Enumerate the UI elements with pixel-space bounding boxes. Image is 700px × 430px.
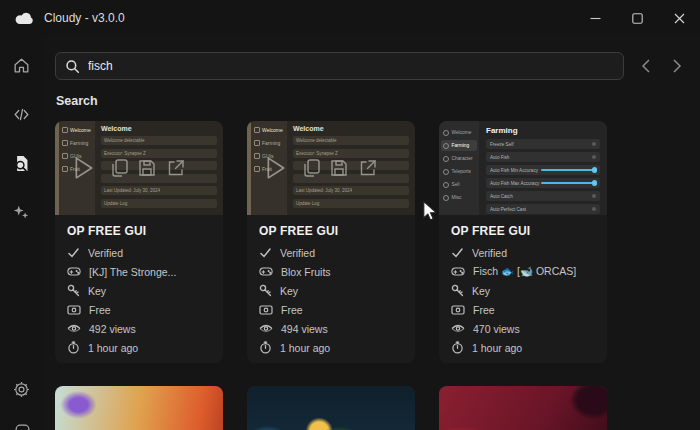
card-verified: Verified	[451, 243, 595, 262]
script-card[interactable]	[55, 386, 223, 430]
card-thumbnail: Welcome Farming GUIs Fruit Welcome Welco…	[247, 121, 415, 215]
save-icon[interactable]	[329, 157, 349, 179]
gamepad-icon	[67, 265, 81, 278]
script-search-icon	[12, 154, 31, 173]
sidebar-item-home[interactable]	[8, 52, 34, 78]
thumb-row: Auto Perfect Cast	[486, 204, 600, 214]
content-scroll-area[interactable]: Search Welcome Farming GUIs Fruit Welcom…	[42, 36, 700, 430]
minimize-button[interactable]	[574, 0, 616, 36]
gamepad-icon	[451, 265, 465, 278]
card-updated: 1 hour ago	[259, 338, 403, 357]
close-icon	[674, 13, 685, 24]
script-card[interactable]: Welcome Farming GUIs Fruit Welcome Welco…	[247, 121, 415, 363]
card-thumbnail: Welcome Farming GUIs Fruit Welcome Welco…	[55, 121, 223, 215]
stopwatch-icon	[67, 341, 80, 354]
minimize-icon	[590, 13, 601, 24]
copy-icon[interactable]	[110, 157, 130, 179]
toggle-icon	[592, 155, 597, 160]
sidebar-item-featured[interactable]	[8, 199, 34, 225]
profile-partial-icon	[13, 422, 32, 430]
thumb-sidebar-item: Sell	[439, 179, 479, 190]
key-icon	[67, 284, 80, 297]
chevron-left-icon	[641, 58, 651, 74]
thumb-row: Auto Fish Min Accuracy	[486, 165, 600, 175]
key-icon	[259, 284, 272, 297]
page-next-button[interactable]	[670, 57, 684, 75]
sidebar-bottom	[0, 360, 42, 430]
card-updated: 1 hour ago	[67, 338, 211, 357]
card-price: Free	[451, 300, 595, 319]
search-box[interactable]	[55, 52, 624, 80]
card-views: 492 views	[67, 319, 211, 338]
cash-icon	[451, 304, 465, 316]
external-link-icon[interactable]	[166, 157, 186, 179]
thumb-sidebar-item: Character	[439, 153, 479, 164]
save-icon[interactable]	[137, 157, 157, 179]
sidebar	[0, 36, 42, 430]
card-game: [KJ] The Stronge...	[67, 262, 211, 281]
card-price: Free	[67, 300, 211, 319]
maximize-button[interactable]	[616, 0, 658, 36]
titlebar: Cloudy - v3.0.0	[0, 0, 700, 36]
copy-icon[interactable]	[302, 157, 322, 179]
results-grid: Welcome Farming GUIs Fruit Welcome Welco…	[55, 121, 686, 430]
maximize-icon	[632, 13, 643, 24]
card-title: OP FREE GUI	[67, 224, 211, 238]
chevron-right-icon	[672, 58, 682, 74]
toggle-icon	[592, 142, 597, 147]
thumb-sidebar-item: Welcome	[439, 127, 479, 138]
thumb-sidebar-item: Farming	[441, 140, 477, 151]
thumb-mini-sidebar: Welcome Farming Character Teleports Sell…	[439, 121, 479, 215]
thumb-row: Freeze Self	[486, 139, 600, 149]
settings-gear-icon	[12, 380, 31, 399]
thumb-mini-main: Farming Freeze Self Auto Fish Auto Fish …	[479, 121, 607, 215]
window-title: Cloudy - v3.0.0	[44, 11, 125, 25]
card-updated: 1 hour ago	[451, 338, 595, 357]
thumb-row: Auto Fish	[486, 152, 600, 162]
search-row	[55, 52, 686, 80]
card-thumbnail-art	[247, 386, 415, 430]
script-card[interactable]	[439, 386, 607, 430]
stopwatch-icon	[451, 341, 464, 354]
magnifier-icon	[65, 59, 80, 74]
thumb-sidebar-item: Misc	[439, 192, 479, 203]
check-icon	[67, 246, 80, 259]
thumb-heading: Farming	[486, 126, 600, 135]
code-icon	[12, 105, 31, 124]
search-input[interactable]	[88, 59, 614, 73]
card-thumbnail: Welcome Farming Character Teleports Sell…	[439, 121, 607, 215]
page-title: Search	[56, 94, 700, 108]
play-icon[interactable]	[265, 156, 287, 180]
card-game: Blox Fruits	[259, 262, 403, 281]
gamepad-icon	[259, 265, 273, 278]
card-body: OP FREE GUI Verified Fisch 🐟 [🐋 ORCAS] K…	[439, 215, 607, 363]
thumb-sidebar-item: Teleports	[439, 166, 479, 177]
sidebar-item-search-active[interactable]	[8, 150, 34, 176]
toggle-icon	[592, 207, 597, 212]
page-prev-button[interactable]	[639, 57, 653, 75]
thumb-row: Auto Catch	[486, 191, 600, 201]
card-title: OP FREE GUI	[451, 224, 595, 238]
card-views: 470 views	[451, 319, 595, 338]
script-card[interactable]: Welcome Farming Character Teleports Sell…	[439, 121, 607, 363]
script-card[interactable]	[247, 386, 415, 430]
script-card[interactable]: Welcome Farming GUIs Fruit Welcome Welco…	[55, 121, 223, 363]
card-game: Fisch 🐟 [🐋 ORCAS]	[451, 262, 595, 281]
card-price: Free	[259, 300, 403, 319]
stopwatch-icon	[259, 341, 272, 354]
toggle-icon	[592, 194, 597, 199]
play-icon[interactable]	[73, 156, 95, 180]
card-views: 494 views	[259, 319, 403, 338]
external-link-icon[interactable]	[358, 157, 378, 179]
eye-icon	[451, 323, 465, 334]
cash-icon	[259, 304, 273, 316]
card-key: Key	[259, 281, 403, 300]
cloud-app-icon	[14, 10, 34, 26]
sidebar-item-scripts[interactable]	[8, 101, 34, 127]
card-verified: Verified	[67, 243, 211, 262]
sidebar-item-profile[interactable]	[9, 418, 35, 430]
close-button[interactable]	[658, 0, 700, 36]
key-icon	[451, 284, 464, 297]
card-thumbnail-art	[55, 386, 223, 430]
sidebar-item-settings[interactable]	[8, 376, 34, 402]
